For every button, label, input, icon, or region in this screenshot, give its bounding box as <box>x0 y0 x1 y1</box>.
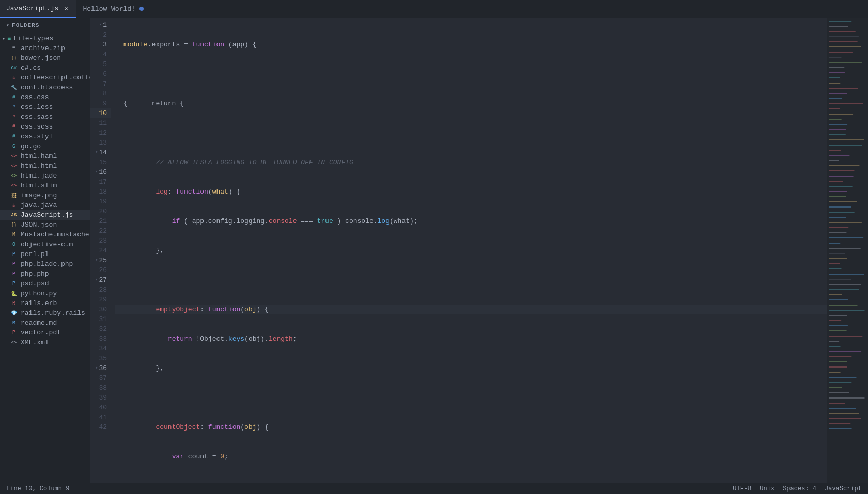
fold-arrow-16: ▾ <box>95 167 98 177</box>
line-num-5: 5 <box>90 59 111 69</box>
sidebar-item-htaccess[interactable]: 🔧 conf.htaccess <box>0 83 90 92</box>
sidebar: ▾ FOLDERS ▾ ≡ file-types ≡ archive.zip {… <box>0 18 90 483</box>
sidebar-item-less[interactable]: # css.less <box>0 102 90 112</box>
line-num-29: 29 <box>90 295 111 305</box>
sidebar-item-python[interactable]: 🐍 python.py <box>0 289 90 298</box>
line-num-21: 21 <box>90 216 111 226</box>
line-num-7: 7 <box>90 79 111 89</box>
file-name: html.slim <box>21 182 57 189</box>
line-num-4: 4 <box>90 50 111 59</box>
file-icon-htaccess: 🔧 <box>10 84 18 91</box>
tab-close-button[interactable]: ✕ <box>63 5 70 12</box>
file-name: html.jade <box>21 172 57 180</box>
sidebar-item-cs[interactable]: C# c#.cs <box>0 63 90 73</box>
sidebar-item-js[interactable]: JS JavaScript.js <box>0 210 90 220</box>
file-name: css.less <box>21 103 53 111</box>
line-num-1: 1 <box>103 20 107 30</box>
sidebar-item-slim[interactable]: <> html.slim <box>0 181 90 190</box>
sidebar-item-json[interactable]: {} JSON.json <box>0 220 90 230</box>
fold-arrow-27: ▾ <box>95 275 98 285</box>
line-num-25: ▾ 25 <box>90 256 111 265</box>
code-line-15: var count = 0; <box>115 452 827 461</box>
line-num-22: 22 <box>90 226 111 236</box>
folder-arrow-icon: ▾ <box>2 36 5 42</box>
sidebar-item-css[interactable]: # css.css <box>0 92 90 102</box>
sidebar-item-objc[interactable]: O objective-c.m <box>0 240 90 249</box>
editor-area[interactable]: ▾ 1 2 3 4 5 6 7 8 9 10 11 12 13 ▾ 14 15 … <box>90 18 868 483</box>
line-num-9: 9 <box>90 99 111 108</box>
code-line-4 <box>115 128 827 138</box>
sidebar-item-pdf[interactable]: P vector.pdf <box>0 328 90 338</box>
sidebar-item-coffee[interactable]: ☕ coffeescript.coffee <box>0 73 90 83</box>
sidebar-item-erb[interactable]: R rails.erb <box>0 298 90 308</box>
status-line-ending: Unix <box>760 485 774 492</box>
line-num-41: 41 <box>90 412 111 422</box>
file-icon-json: {} <box>10 55 18 62</box>
sidebar-item-styl[interactable]: # css.styl <box>0 132 90 141</box>
file-icon-php: P <box>10 270 18 278</box>
code-editor[interactable]: module.exports = function (app) { { retu… <box>115 18 827 483</box>
file-icon-scss: # <box>10 123 18 131</box>
file-name: php.php <box>21 270 49 278</box>
line-num-13: 13 <box>90 138 111 148</box>
file-name: Mustache.mustache <box>21 231 89 238</box>
sidebar-item-mustache[interactable]: M Mustache.mustache <box>0 230 90 240</box>
line-num-18: 18 <box>90 187 111 197</box>
sidebar-item-perl[interactable]: P perl.pl <box>0 249 90 259</box>
code-line-6: log: function(what) { <box>115 187 827 197</box>
status-right: UTF-8 Unix Spaces: 4 JavaScript <box>733 485 862 492</box>
file-name: go.go <box>21 142 41 150</box>
line-num-12: 12 <box>90 128 111 138</box>
sidebar-item-html[interactable]: <> html.html <box>0 161 90 171</box>
status-bar: Line 10, Column 9 UTF-8 Unix Spaces: 4 J… <box>0 483 868 494</box>
file-icon-jade: <> <box>10 172 18 180</box>
folder-icon: ≡ <box>7 35 11 42</box>
tab-modified-dot <box>140 7 144 11</box>
sidebar-item-sass[interactable]: # css.sass <box>0 112 90 122</box>
file-name: psd.psd <box>21 280 49 288</box>
line-num-42: 42 <box>90 422 111 432</box>
file-name: JavaScript.js <box>21 211 73 219</box>
sidebar-item-jade[interactable]: <> html.jade <box>0 171 90 181</box>
sidebar-item-archive-zip[interactable]: ≡ archive.zip <box>0 43 90 53</box>
line-num-39: 39 <box>90 393 111 403</box>
file-name: XML.xml <box>21 339 49 346</box>
sidebar-item-png[interactable]: 🖼 image.png <box>0 190 90 200</box>
code-line-8: }, <box>115 246 827 256</box>
status-left: Line 10, Column 9 <box>6 485 69 492</box>
file-icon-styl: # <box>10 133 18 140</box>
file-name: css.css <box>21 93 49 101</box>
sidebar-item-blade[interactable]: P php.blade.php <box>0 259 90 269</box>
file-name: css.scss <box>21 123 53 131</box>
code-line-10: emptyObject: function(obj) { <box>115 305 827 314</box>
sidebar-header[interactable]: ▾ FOLDERS <box>0 18 90 33</box>
sidebar-item-ruby[interactable]: 💎 rails.ruby.rails <box>0 308 90 318</box>
sidebar-item-haml[interactable]: <> html.haml <box>0 151 90 161</box>
line-num-23: 23 <box>90 236 111 246</box>
file-tree: ▾ ≡ file-types ≡ archive.zip {} bower.js… <box>0 33 90 348</box>
file-icon-mustache: M <box>10 231 18 238</box>
sidebar-item-bower-json[interactable]: {} bower.json <box>0 53 90 63</box>
line-num-17: 17 <box>90 177 111 187</box>
sidebar-item-php[interactable]: P php.php <box>0 269 90 279</box>
file-name: vector.pdf <box>21 329 61 337</box>
folder-file-types[interactable]: ▾ ≡ file-types <box>0 34 90 43</box>
tab-bar: JavaScript.js ✕ Hellow World! <box>0 0 868 18</box>
main-layout: ▾ FOLDERS ▾ ≡ file-types ≡ archive.zip {… <box>0 18 868 483</box>
file-icon-slim: <> <box>10 182 18 189</box>
tab-helloworld[interactable]: Hellow World! <box>76 0 150 18</box>
line-num-30: 30 <box>90 305 111 314</box>
sidebar-item-xml[interactable]: <> XML.xml <box>0 338 90 347</box>
sidebar-item-readme[interactable]: M readme.md <box>0 318 90 328</box>
sidebar-item-psd[interactable]: P psd.psd <box>0 279 90 289</box>
file-name: objective-c.m <box>21 241 73 248</box>
sidebar-item-scss[interactable]: # css.scss <box>0 122 90 132</box>
code-line-13 <box>115 393 827 403</box>
line-num-14: ▾ 14 <box>90 148 111 157</box>
sidebar-item-java[interactable]: ☕ java.java <box>0 200 90 210</box>
file-icon-perl: P <box>10 251 18 258</box>
fold-arrow-25: ▾ <box>95 256 98 265</box>
tab-javascript[interactable]: JavaScript.js ✕ <box>0 0 76 18</box>
line-num-20: 20 <box>90 206 111 216</box>
sidebar-item-go[interactable]: G go.go <box>0 141 90 151</box>
